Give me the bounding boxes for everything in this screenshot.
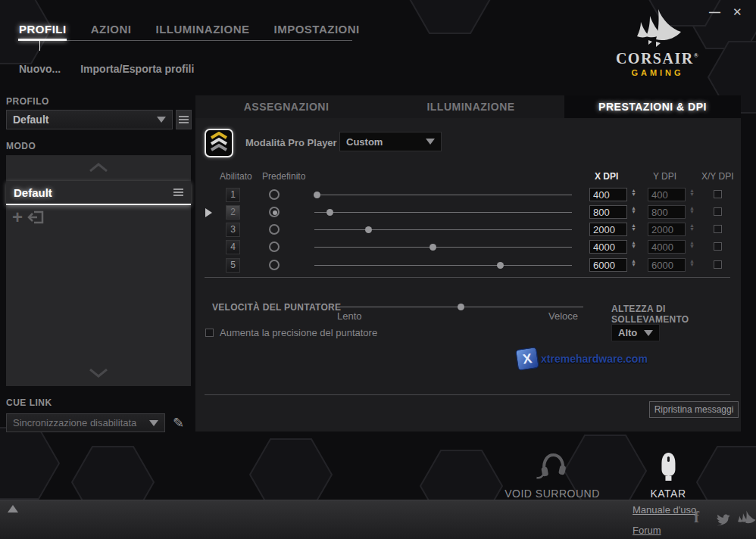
slider-thumb[interactable] [314,192,320,198]
nav-tab-azioni[interactable]: AZIONI [91,23,132,42]
slider-thumb[interactable] [326,209,333,216]
y-dpi-input[interactable] [648,240,686,254]
y-dpi-spinner[interactable]: ▲▼ [689,223,695,231]
device-label: VOID SURROUND [505,488,600,500]
dpi-slot-button[interactable]: 1 [226,188,240,202]
x-dpi-input[interactable] [589,223,627,236]
expand-footer-icon[interactable] [8,505,18,513]
close-button[interactable]: ✕ [733,6,742,17]
x-dpi-spinner[interactable]: ▲▼ [631,206,636,213]
mode-item-default[interactable]: Default [6,181,191,205]
y-dpi-input[interactable] [648,205,686,219]
default-dpi-radio[interactable] [269,189,280,200]
y-dpi-spinner[interactable]: ▲▼ [689,241,695,248]
default-dpi-radio[interactable] [269,224,280,235]
new-profile-button[interactable]: Nuovo... [19,63,61,75]
col-y-dpi: Y DPI [653,171,676,182]
pro-player-label: Modalità Pro Player [245,137,337,148]
add-mode-icon[interactable]: + [12,210,23,225]
pointer-speed-slider[interactable] [337,307,583,307]
y-dpi-input[interactable] [648,223,686,236]
xy-dpi-checkbox[interactable] [714,190,722,198]
reset-messages-button[interactable]: Ripristina messaggi [649,401,739,418]
xtremehardware-watermark: X xtremehardware.com [517,348,648,369]
import-mode-icon[interactable] [27,210,44,225]
minimize-button[interactable]: — [709,6,720,17]
slider-thumb[interactable] [497,262,504,269]
device-void-surround[interactable]: VOID SURROUND [505,450,600,500]
mode-item-menu-icon[interactable] [173,188,183,196]
twitter-icon[interactable] [714,513,730,526]
tab-illuminazione[interactable]: ILLUMINAZIONE [377,95,564,118]
import-export-button[interactable]: Importa/Esporta profili [80,63,194,75]
corsair-sails-icon [633,9,682,48]
y-dpi-input[interactable] [648,188,686,201]
tab-assegnazioni[interactable]: ASSEGNAZIONI [195,95,377,118]
pro-player-badge-icon[interactable] [205,129,233,157]
dpi-slot-button[interactable]: 3 [226,223,240,237]
facebook-icon[interactable]: f [694,508,699,527]
profile-section-label: PROFILO [6,96,49,107]
dpi-row-2: 2 ▲▼ ▲▼ [195,205,741,220]
profile-menu-button[interactable] [176,110,192,129]
dpi-slot-button[interactable]: 2 [226,205,240,220]
tab-prestazioni-dpi[interactable]: PRESTAZIONI & DPI [564,95,741,118]
active-tab-underline [18,39,67,41]
mode-list: Default + [6,155,191,386]
dpi-slot-button[interactable]: 4 [226,240,240,254]
x-dpi-spinner[interactable]: ▲▼ [631,188,636,196]
corsair-sails-icon[interactable] [736,510,756,527]
dpi-slider[interactable] [314,265,572,266]
xy-dpi-checkbox[interactable] [714,207,722,216]
footer-bar: Manuale d'uso Forum f [0,500,756,539]
dpi-slider[interactable] [314,229,572,230]
slider-thumb[interactable] [458,304,464,310]
nav-tab-illuminazione[interactable]: ILLUMINAZIONE [156,23,250,42]
divider [205,394,730,395]
y-dpi-input[interactable] [648,258,686,272]
slider-thumb[interactable] [430,244,436,251]
nav-tab-impostazioni[interactable]: IMPOSTAZIONI [274,23,360,42]
scroll-up-icon[interactable] [89,163,108,172]
pro-player-mode-select[interactable]: Custom [339,132,442,151]
device-katar[interactable]: KATAR [650,451,686,500]
manual-link[interactable]: Manuale d'uso [633,504,696,516]
x-dpi-input[interactable] [589,205,627,219]
dpi-slider[interactable] [314,212,572,213]
mode-item-label: Default [14,186,52,199]
slider-thumb[interactable] [365,226,372,233]
profile-select[interactable]: Default [6,110,173,129]
pointer-precision-label: Aumenta la precisione del puntatore [220,327,377,338]
x-dpi-spinner[interactable]: ▲▼ [631,259,636,266]
x-dpi-input[interactable] [589,240,627,254]
x-dpi-spinner[interactable]: ▲▼ [631,223,636,231]
cue-link-section-label: CUE LINK [6,397,52,408]
x-dpi-input[interactable] [589,258,627,272]
dpi-slot-button[interactable]: 5 [226,258,240,273]
xy-dpi-checkbox[interactable] [714,260,722,269]
dpi-row-5: 5 ▲▼ ▲▼ [195,258,741,273]
dpi-slider[interactable] [314,247,572,248]
dpi-slider[interactable] [314,195,572,195]
lift-height-select[interactable]: Alto [611,324,660,341]
y-dpi-spinner[interactable]: ▲▼ [689,206,695,213]
default-dpi-radio[interactable] [269,241,280,252]
y-dpi-spinner[interactable]: ▲▼ [689,259,695,266]
chevron-down-icon [157,117,166,123]
cue-link-select[interactable]: Sincronizzazione disabilitata [6,413,165,432]
x-dpi-spinner[interactable]: ▲▼ [631,241,636,248]
xy-dpi-checkbox[interactable] [714,242,722,251]
scroll-down-icon[interactable] [89,369,108,378]
dpi-row-1: 1 ▲▼ ▲▼ [195,188,741,203]
y-dpi-spinner[interactable]: ▲▼ [689,188,695,196]
watermark-badge-icon: X [515,347,539,371]
pointer-precision-checkbox[interactable] [205,329,214,337]
forum-link[interactable]: Forum [633,525,661,536]
profile-select-value: Default [13,114,48,126]
default-dpi-radio[interactable] [269,260,280,270]
panel-tabbar: ASSEGNAZIONI ILLUMINAZIONE PRESTAZIONI &… [195,95,741,118]
edit-pencil-icon[interactable]: ✎ [173,415,184,432]
default-dpi-radio[interactable] [269,207,280,217]
xy-dpi-checkbox[interactable] [714,225,722,233]
x-dpi-input[interactable] [589,188,627,201]
